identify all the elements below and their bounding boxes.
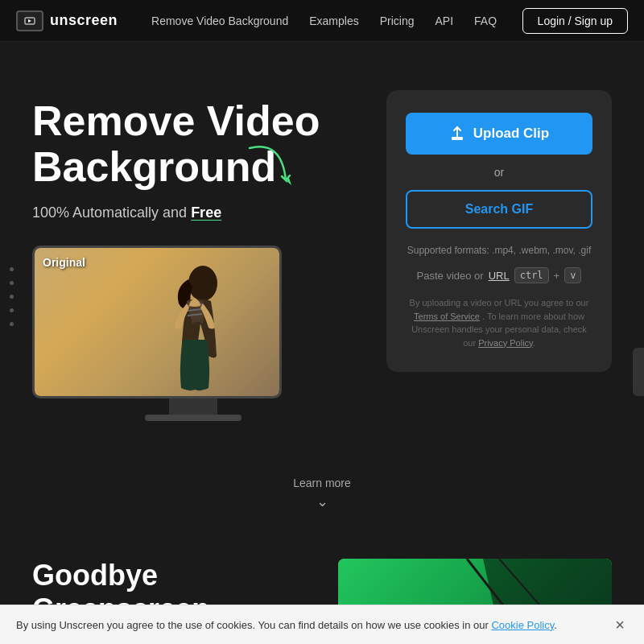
monitor-container: Original (32, 246, 354, 421)
learn-more-label[interactable]: Learn more (293, 477, 351, 489)
login-button[interactable]: Login / Sign up (522, 8, 628, 34)
hero-section: Remove Video Background 100% Automatical… (0, 42, 644, 460)
kbd-v: v (564, 267, 581, 283)
logo-text: unscreen (50, 12, 118, 29)
logo[interactable]: unscreen (16, 10, 118, 31)
kbd-ctrl: ctrl (514, 267, 549, 283)
monitor-inner: Original (35, 248, 279, 396)
dot (10, 308, 14, 312)
upload-button[interactable]: Upload Clip (406, 113, 592, 155)
monitor-screen: Original (32, 246, 282, 398)
chevron-down-icon: ⌄ (0, 493, 644, 510)
dot (10, 281, 14, 285)
dot (10, 267, 14, 271)
logo-icon (16, 10, 43, 31)
hero-title: Remove Video Background (32, 98, 354, 190)
monitor-stand (169, 398, 217, 415)
nav-link-pricing[interactable]: Pricing (370, 10, 424, 32)
dot (10, 295, 14, 299)
or-divider: or (406, 166, 592, 179)
tos-link[interactable]: Terms of Service (414, 312, 480, 321)
kbd-plus: + (554, 270, 560, 282)
cookie-banner: By using Unscreen you agree to the use o… (0, 605, 644, 644)
upload-button-label: Upload Clip (473, 126, 549, 142)
privacy-link[interactable]: Privacy Policy (478, 338, 533, 348)
hero-subtitle: 100% Automatically and Free (32, 204, 354, 221)
svg-marker-1 (28, 19, 31, 23)
tos-text: By uploading a video or URL you agree to… (406, 296, 592, 349)
learn-more-section: Learn more ⌄ (0, 460, 644, 518)
monitor-label: Original (43, 256, 85, 269)
person-silhouette (159, 259, 231, 396)
nav-links: Remove Video Background Examples Pricing… (142, 10, 522, 32)
dot (10, 322, 14, 326)
cookie-policy-link[interactable]: Cookie Policy (491, 619, 554, 631)
svg-point-2 (188, 266, 217, 301)
paste-row: Paste video or URL ctrl + v (406, 267, 592, 283)
svg-rect-6 (452, 137, 463, 140)
cookie-text: By using Unscreen you agree to the use o… (16, 619, 557, 631)
arrow-graphic (242, 140, 306, 208)
paste-url: URL (489, 270, 510, 282)
scroll-dots (10, 267, 14, 326)
cookie-close-button[interactable]: × (612, 617, 628, 633)
nav-link-faq[interactable]: FAQ (464, 10, 506, 32)
nav-link-api[interactable]: API (426, 10, 464, 32)
monitor-base (145, 415, 242, 421)
nav-link-examples[interactable]: Examples (299, 10, 368, 32)
hero-left: Remove Video Background 100% Automatical… (32, 90, 354, 421)
upload-icon (449, 126, 465, 142)
search-gif-button[interactable]: Search GIF (406, 190, 592, 229)
nav-link-remove-bg[interactable]: Remove Video Background (142, 10, 298, 32)
right-edge-handle (633, 348, 644, 396)
paste-label: Paste video or (417, 270, 484, 282)
supported-formats: Supported formats: .mp4, .webm, .mov, .g… (406, 245, 592, 256)
upload-panel: Upload Clip or Search GIF Supported form… (386, 90, 612, 372)
navbar: unscreen Remove Video Background Example… (0, 0, 644, 42)
